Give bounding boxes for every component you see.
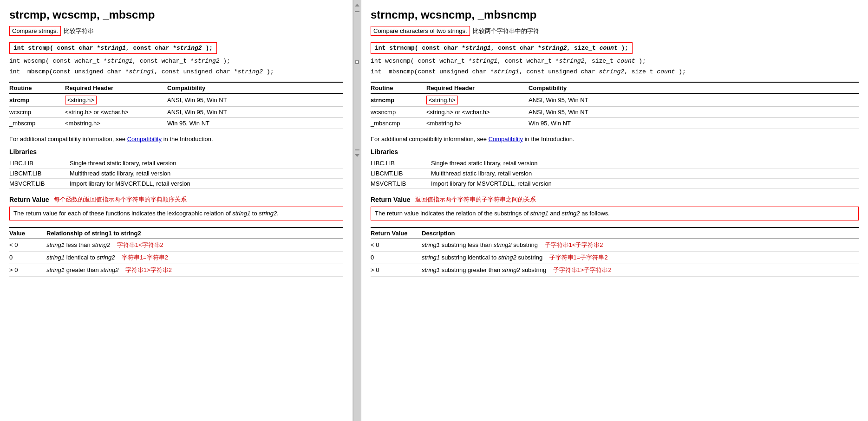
left-col-routine: Routine (9, 82, 65, 94)
val-eq: 0 (9, 251, 46, 264)
routine-wcscmp: wcscmp (9, 107, 65, 118)
left-syntax-highlighted: int strcmp( const char *string1, const c… (9, 42, 217, 54)
left-return-row: Return Value 每个函数的返回值指示两个字符串的字典顺序关系 (9, 195, 343, 204)
compat-wcsncmp: ANSI, Win 95, Win NT (529, 107, 859, 118)
left-return-cn: 每个函数的返回值指示两个字符串的字典顺序关系 (54, 195, 187, 204)
lib-desc-3: Import library for MSVCRT.DLL, retail ve… (70, 179, 343, 189)
right-return-row: Return Value 返回值指示两个字符串的子字符串之间的关系 (371, 195, 859, 204)
routine-wcsncmp: wcsncmp (371, 107, 426, 118)
table-row: LIBC.LIB Single thread static library, r… (9, 158, 343, 168)
rval-lt: < 0 (371, 239, 422, 251)
right-val-col2: Description (422, 227, 859, 239)
val-lt: < 0 (9, 239, 46, 251)
left-syntax-main: int strcmp( const char *string1, const c… (13, 45, 213, 52)
table-row: > 0 string1 greater than string2 字符串1>字符… (9, 264, 343, 276)
right-description-row: Compare characters of two strings. 比较两个字… (371, 26, 859, 36)
rel-eq: string1 identical to string2 字符串1=字符串2 (46, 251, 343, 264)
table-row: < 0 string1 less than string2 字符串1<字符串2 (9, 239, 343, 251)
header-mbsncmp: <mbstring.h> (426, 118, 529, 129)
right-compat-info: For additional compatibility information… (371, 136, 859, 142)
left-compat-info: For additional compatibility information… (9, 136, 343, 142)
left-col-compat: Compatibility (167, 82, 343, 94)
rdesc-eq: string1 substring identical to string2 s… (422, 251, 859, 264)
divider-bar (355, 11, 359, 12)
lib-desc-2: Multithread static library, retail versi… (70, 168, 343, 179)
lib-desc-r1: Single thread static library, retail ver… (431, 158, 859, 168)
left-val-col1: Value (9, 227, 46, 239)
right-col-routine: Routine (371, 82, 426, 94)
lib-desc-r2: Multithread static library, retail versi… (431, 168, 859, 179)
rel-gt: string1 greater than string2 字符串1>字符串2 (46, 264, 343, 276)
right-syntax-line2: int _mbsncmp(const unsigned char *string… (371, 68, 859, 75)
right-title: strncmp, wcsncmp, _mbsncmp (371, 8, 859, 21)
left-description-row: Compare strings. 比较字符串 (9, 26, 343, 36)
right-return-cn: 返回值指示两个字符串的子字符串之间的关系 (415, 195, 536, 204)
table-row: _mbscmp <mbstring.h> Win 95, Win NT (9, 118, 343, 129)
compat-wcscmp: ANSI, Win 95, Win NT (167, 107, 343, 118)
right-description-en: Compare characters of two strings. (371, 26, 470, 36)
routine-strncmp: strncmp (371, 94, 426, 107)
left-description-en: Compare strings. (9, 26, 61, 36)
compat-strncmp: ANSI, Win 95, Win NT (529, 94, 859, 107)
lib-name-2: LIBCMT.LIB (9, 168, 70, 179)
header-mbscmp: <mbstring.h> (65, 118, 167, 129)
lib-desc-1: Single thread static library, retail ver… (70, 158, 343, 168)
lib-name-3: MSVCRT.LIB (9, 179, 70, 189)
compat-mbsncmp: Win 95, Win NT (529, 118, 859, 129)
left-val-col2: Relationship of string1 to string2 (46, 227, 343, 239)
left-syntax-line1: int wcscmp( const wchar_t *string1, cons… (9, 58, 343, 65)
table-row: strncmp <string.h> ANSI, Win 95, Win NT (371, 94, 859, 107)
compat-strcmp: ANSI, Win 95, Win NT (167, 94, 343, 107)
routine-mbscmp: _mbscmp (9, 118, 65, 129)
scroll-up-icon[interactable] (355, 4, 359, 6)
left-lib-table: LIBC.LIB Single thread static library, r… (9, 158, 343, 189)
right-return-box: The return value indicates the relation … (371, 207, 859, 220)
right-val-col1: Return Value (371, 227, 422, 239)
table-row: 0 string1 substring identical to string2… (371, 251, 859, 264)
right-col-header: Required Header (426, 82, 529, 94)
table-row: wcscmp <string.h> or <wchar.h> ANSI, Win… (9, 107, 343, 118)
lib-name-r1: LIBC.LIB (371, 158, 431, 168)
compat-mbscmp: Win 95, Win NT (167, 118, 343, 129)
divider-handle[interactable] (355, 60, 359, 64)
rdesc-gt: string1 substring greater than string2 s… (422, 264, 859, 276)
rel-lt: string1 less than string2 字符串1<字符串2 (46, 239, 343, 251)
rval-gt: > 0 (371, 264, 422, 276)
right-description-cn: 比较两个字符串中的字符 (473, 27, 539, 35)
rdesc-lt: string1 substring less than string2 subs… (422, 239, 859, 251)
left-value-table: Value Relationship of string1 to string2… (9, 227, 343, 277)
table-row: LIBCMT.LIB Multithread static library, r… (371, 168, 859, 179)
pane-divider (353, 0, 361, 421)
table-row: > 0 string1 substring greater than strin… (371, 264, 859, 276)
right-lib-table: LIBC.LIB Single thread static library, r… (371, 158, 859, 189)
table-row: MSVCRT.LIB Import library for MSVCRT.DLL… (371, 179, 859, 189)
left-col-header: Required Header (65, 82, 167, 94)
left-compat-link[interactable]: Compatibility (127, 136, 162, 142)
routine-mbsncmp: _mbsncmp (371, 118, 426, 129)
val-gt: > 0 (9, 264, 46, 276)
table-row: LIBCMT.LIB Multithread static library, r… (9, 168, 343, 179)
lib-name-r2: LIBCMT.LIB (371, 168, 431, 179)
table-row: _mbsncmp <mbstring.h> Win 95, Win NT (371, 118, 859, 129)
right-syntax-highlighted: int strncmp( const char *string1, const … (371, 42, 633, 54)
lib-name-1: LIBC.LIB (9, 158, 70, 168)
left-description-cn: 比较字符串 (64, 27, 94, 35)
right-compat-table: Routine Required Header Compatibility st… (371, 82, 859, 129)
left-return-box: The return value for each of these funct… (9, 207, 343, 220)
right-value-table: Return Value Description < 0 string1 sub… (371, 227, 859, 277)
rval-eq: 0 (371, 251, 422, 264)
header-strcmp: <string.h> (65, 94, 167, 107)
right-return-label: Return Value (371, 196, 411, 203)
scroll-down-icon[interactable] (355, 154, 359, 157)
header-strncmp: <string.h> (426, 94, 529, 107)
table-row: MSVCRT.LIB Import library for MSVCRT.DLL… (9, 179, 343, 189)
table-row: strcmp <string.h> ANSI, Win 95, Win NT (9, 94, 343, 107)
right-compat-link[interactable]: Compatibility (489, 136, 523, 142)
left-pane: strcmp, wcscmp, _mbscmp Compare strings.… (0, 0, 353, 421)
table-row: wcsncmp <string.h> or <wchar.h> ANSI, Wi… (371, 107, 859, 118)
right-col-compat: Compatibility (529, 82, 859, 94)
routine-strcmp: strcmp (9, 94, 65, 107)
header-wcsncmp: <string.h> or <wchar.h> (426, 107, 529, 118)
right-pane: strncmp, wcsncmp, _mbsncmp Compare chara… (361, 0, 868, 421)
left-libraries-title: Libraries (9, 148, 343, 155)
